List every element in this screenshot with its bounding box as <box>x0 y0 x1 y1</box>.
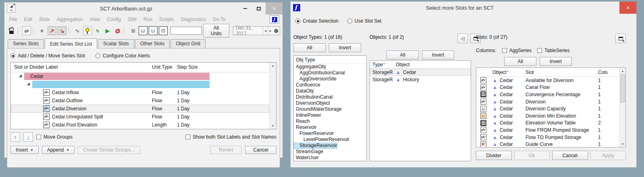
object-type-item[interactable]: LevelPowerReservoir <box>294 137 366 143</box>
slot-row[interactable]: ω P Cedar Convergence Percentage <box>476 91 619 98</box>
move-up-button[interactable]: ↑ <box>10 132 20 142</box>
slot-table-row[interactable]: Cedar.Inflow Flow 1 Day <box>11 88 269 97</box>
fit-column-icon[interactable]: ⊔ <box>139 26 147 35</box>
object-type-item[interactable]: AggDiversionSite <box>294 76 366 82</box>
scrollbar-thumb[interactable] <box>620 74 625 103</box>
move-down-button[interactable]: ↓ <box>23 132 33 142</box>
object-row[interactable]: StorageR Hickory <box>370 76 471 83</box>
fit-all-columns-icon[interactable]: ⊡ <box>159 26 168 35</box>
objects-object-column-header[interactable]: Object <box>396 62 410 67</box>
scroll-down-icon[interactable]: ▼ <box>270 123 276 129</box>
object-type-item[interactable]: StreamGage <box>294 149 366 155</box>
sct-flask-icon[interactable] <box>83 26 92 35</box>
scroll-up-icon[interactable]: ▲ <box>620 68 625 74</box>
menu-item[interactable]: Run <box>143 17 152 22</box>
object-type-item[interactable]: AggregateObj <box>294 64 366 70</box>
alt-units-button[interactable]: Alt Units <box>203 24 229 38</box>
slot-row[interactable]: ω P Cedar Flow FROM Pumped Storage <box>476 126 619 134</box>
insert-button[interactable]: Insert ▼ <box>10 146 39 154</box>
slot-row[interactable]: ω P Cedar Diversion Min Elevation <box>476 112 619 120</box>
script-runner-icon[interactable]: ϟ <box>93 26 102 35</box>
menu-item[interactable]: Edit <box>24 17 32 22</box>
column-header-unit-type[interactable]: Unit Type <box>152 64 172 70</box>
menu-item[interactable]: Config <box>107 17 121 22</box>
column-header-label[interactable]: Slot or Divider Label <box>14 64 58 70</box>
object-type-item[interactable]: DistributionCanal <box>294 94 366 100</box>
slot-row[interactable]: ω P Cedar Elevation Volume Table <box>476 120 619 127</box>
menu-item[interactable]: Go To <box>213 17 226 22</box>
show-both-checkbox[interactable]: Show both Slot Labels and Slot Names <box>185 134 276 140</box>
object-type-item[interactable]: InlinePower <box>294 112 366 118</box>
object-type-item[interactable]: DataObj <box>294 88 366 94</box>
object-type-item[interactable]: Confluence <box>294 82 366 88</box>
start-run-icon[interactable]: ▶ <box>103 26 112 35</box>
object-type-item[interactable]: GroundWaterStorage <box>294 106 366 112</box>
globe-icon[interactable]: ⊕ <box>273 27 280 35</box>
menu-item[interactable]: DMI <box>128 17 137 22</box>
objects-all-button[interactable]: All <box>386 51 419 59</box>
object-type-item[interactable]: StorageReservoir <box>294 143 337 149</box>
expand-caret-icon[interactable] <box>19 74 22 78</box>
slot-row[interactable]: ω P Cedar Flow TO Pumped Storage <box>476 134 619 141</box>
objects-type-column-header[interactable]: Type▴ <box>370 62 396 67</box>
slot-table-row[interactable]: Cedar.Outflow Flow 1 Day <box>11 97 269 105</box>
row-list-icon[interactable]: ≡ <box>37 26 46 35</box>
append-button[interactable]: Append ▼ <box>42 146 75 154</box>
close-icon[interactable]: × <box>619 2 636 14</box>
selection-mode-radio[interactable]: Use Slot Set <box>347 18 382 24</box>
ok-button[interactable]: Ok <box>514 151 550 160</box>
slot-row[interactable]: ω P Cedar Guide Curve 1 <box>476 141 619 148</box>
lock-icon[interactable] <box>7 26 16 35</box>
sync-slots-icon[interactable]: ⇄ <box>22 26 31 35</box>
object-type-item[interactable]: WaterUser <box>294 155 366 161</box>
slot-table-row[interactable] <box>11 80 269 88</box>
slot-table-row[interactable]: Cedar <box>11 72 269 80</box>
timestep-date-widget[interactable]: Dec 31, 2017 ◂ ▸ ⊕ <box>233 26 280 35</box>
cancel-button[interactable]: Cancel <box>552 151 588 160</box>
sct-titlebar[interactable]: SCT ArborBasin.sct.gz × <box>4 2 283 15</box>
object-types-all-button[interactable]: All <box>293 43 326 52</box>
scroll-down-icon[interactable]: ▼ <box>620 141 625 147</box>
plot-icon[interactable]: ∿ <box>73 26 82 35</box>
maximize-icon[interactable] <box>252 2 266 15</box>
minimize-icon[interactable] <box>238 2 252 15</box>
menu-item[interactable]: Aggregation <box>57 17 83 22</box>
slots-cols-column-header[interactable]: Cols <box>598 70 619 75</box>
tab[interactable]: Scalar Slots <box>98 39 134 48</box>
fit-column-narrow-icon[interactable]: ⊔ <box>149 26 158 35</box>
move-groups-checkbox[interactable]: Move Groups <box>36 134 73 140</box>
goto-slot-icon[interactable]: ↘ <box>58 26 66 35</box>
tab[interactable]: Series Slots <box>8 39 44 48</box>
open-slot-icon[interactable]: ↗ <box>48 26 56 35</box>
column-header-step-size[interactable]: Step Size <box>177 64 197 70</box>
objects-invert-button[interactable]: Invert <box>422 51 454 59</box>
object-type-item[interactable]: PowerReservoir <box>294 131 366 137</box>
date-next-icon[interactable]: ▸ <box>268 27 273 35</box>
slots-scrollbar[interactable]: ▲ ▼ <box>619 68 625 147</box>
close-icon[interactable]: × <box>266 2 283 15</box>
tab[interactable]: Other Slots <box>135 39 170 48</box>
object-type-item[interactable]: Reach <box>294 118 366 124</box>
slot-table-scrollbar[interactable]: ▲ ▼ <box>269 63 276 129</box>
mode-radio[interactable]: Configure Color Alerts <box>96 53 150 59</box>
menu-item[interactable]: File <box>9 17 17 22</box>
slots-object-column-header[interactable]: Object▴ <box>490 70 526 75</box>
menu-item[interactable]: Diagnostics <box>181 17 206 22</box>
cancel-run-icon[interactable]: Ø <box>113 26 122 35</box>
slot-row[interactable]: ω P Cedar Available for Diversion <box>476 77 619 84</box>
date-prev-icon[interactable]: ◂ <box>263 27 268 35</box>
separator[interactable] <box>18 27 20 34</box>
separator[interactable] <box>124 27 127 34</box>
revert-button[interactable]: Revert <box>210 146 242 154</box>
mode-radio[interactable]: Add / Delete / Move Series Slot <box>10 53 85 59</box>
aggseries-checkbox[interactable]: AggSeries <box>502 48 532 53</box>
divider-button[interactable]: Divider <box>476 151 512 160</box>
slots-invert-button[interactable]: Invert <box>540 57 572 66</box>
object-row[interactable]: StorageR Cedar <box>370 69 471 76</box>
aggregation-filter-icon[interactable]: ≡ <box>7 4 16 13</box>
timestep-lines-icon[interactable]: ‖‖ <box>129 26 137 35</box>
create-similar-groups-button[interactable]: Create Similar Groups... <box>78 146 140 154</box>
cancel-button[interactable]: Cancel <box>245 146 276 154</box>
scroll-up-icon[interactable]: ▲ <box>270 63 276 69</box>
sct-dialog-icon[interactable] <box>270 15 279 23</box>
